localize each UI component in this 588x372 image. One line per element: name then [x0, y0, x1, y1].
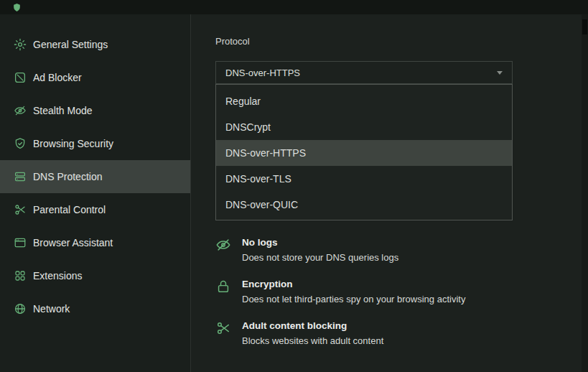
dns-protection-panel: Protocol DNS-over-HTTPS Regular DNSCrypt… — [191, 14, 582, 372]
shield-icon — [14, 137, 27, 150]
protocol-label: Protocol — [215, 36, 582, 47]
eye-off-icon — [14, 104, 27, 117]
app-window: General Settings Ad Blocker Stealth Mode… — [0, 14, 582, 372]
protocol-select[interactable]: DNS-over-HTTPS — [215, 61, 513, 84]
chevron-down-icon — [497, 71, 503, 75]
sidebar-item-extensions[interactable]: Extensions — [0, 259, 190, 292]
feature-description: Blocks websites with adult content — [242, 335, 383, 347]
gear-icon — [14, 38, 27, 51]
extensions-grid-icon — [14, 269, 27, 282]
sidebar-item-browsing-security[interactable]: Browsing Security — [0, 127, 190, 160]
sidebar-item-general-settings[interactable]: General Settings — [0, 28, 190, 61]
protocol-select-wrap: DNS-over-HTTPS Regular DNSCrypt DNS-over… — [215, 61, 513, 84]
protocol-dropdown-menu: Regular DNSCrypt DNS-over-HTTPS DNS-over… — [215, 84, 513, 220]
sidebar-item-label: Network — [33, 303, 70, 315]
sidebar-item-label: Browser Assistant — [33, 237, 113, 248]
feature-adult-content-blocking: Adult content blocking Blocks websites w… — [215, 320, 560, 347]
feature-no-logs: No logs Does not store your DNS queries … — [215, 237, 560, 264]
scrollbar-thumb[interactable] — [582, 19, 587, 34]
dropdown-option-dns-over-quic[interactable]: DNS-over-QUIC — [216, 192, 512, 218]
sidebar-item-label: Parental Control — [33, 204, 106, 215]
sidebar-item-label: Ad Blocker — [33, 72, 82, 83]
browser-window-icon — [14, 236, 27, 249]
feature-description: Does not store your DNS queries logs — [242, 252, 398, 264]
ad-blocker-icon — [14, 71, 27, 84]
scissors-icon — [14, 203, 27, 216]
dropdown-option-dns-over-tls[interactable]: DNS-over-TLS — [216, 166, 512, 192]
sidebar-item-label: DNS Protection — [33, 171, 102, 182]
dropdown-option-regular[interactable]: Regular — [216, 88, 512, 114]
sidebar-item-parental-control[interactable]: Parental Control — [0, 193, 190, 226]
adguard-logo-icon — [12, 3, 22, 12]
sidebar-item-browser-assistant[interactable]: Browser Assistant — [0, 226, 190, 259]
protocol-select-value: DNS-over-HTTPS — [225, 68, 300, 78]
dropdown-option-dns-over-https[interactable]: DNS-over-HTTPS — [216, 140, 512, 166]
sidebar-item-stealth-mode[interactable]: Stealth Mode — [0, 94, 190, 127]
sidebar-item-label: General Settings — [33, 39, 108, 50]
titlebar — [0, 0, 588, 14]
sidebar: General Settings Ad Blocker Stealth Mode… — [0, 14, 191, 372]
sidebar-item-network[interactable]: Network — [0, 292, 190, 325]
eye-off-icon — [215, 237, 231, 253]
sidebar-item-ad-blocker[interactable]: Ad Blocker — [0, 61, 190, 94]
feature-description: Does not let third-parties spy on your b… — [242, 294, 465, 305]
feature-title: Encryption — [242, 279, 465, 290]
sidebar-item-label: Extensions — [33, 270, 82, 282]
sidebar-item-label: Browsing Security — [33, 138, 113, 149]
scrollbar-track[interactable] — [582, 14, 588, 372]
scissors-icon — [215, 320, 231, 336]
dropdown-option-dnscrypt[interactable]: DNSCrypt — [216, 114, 512, 140]
lock-icon — [215, 279, 231, 294]
sidebar-item-dns-protection[interactable]: DNS Protection — [0, 160, 190, 193]
sidebar-item-label: Stealth Mode — [33, 105, 93, 116]
dns-feature-list: Blocks known phishing and other dangerou… — [215, 206, 560, 347]
feature-encryption: Encryption Does not let third-parties sp… — [215, 279, 560, 305]
feature-title: Adult content blocking — [242, 320, 383, 332]
globe-icon — [14, 302, 27, 315]
feature-title: No logs — [242, 237, 398, 248]
server-icon — [14, 170, 27, 183]
